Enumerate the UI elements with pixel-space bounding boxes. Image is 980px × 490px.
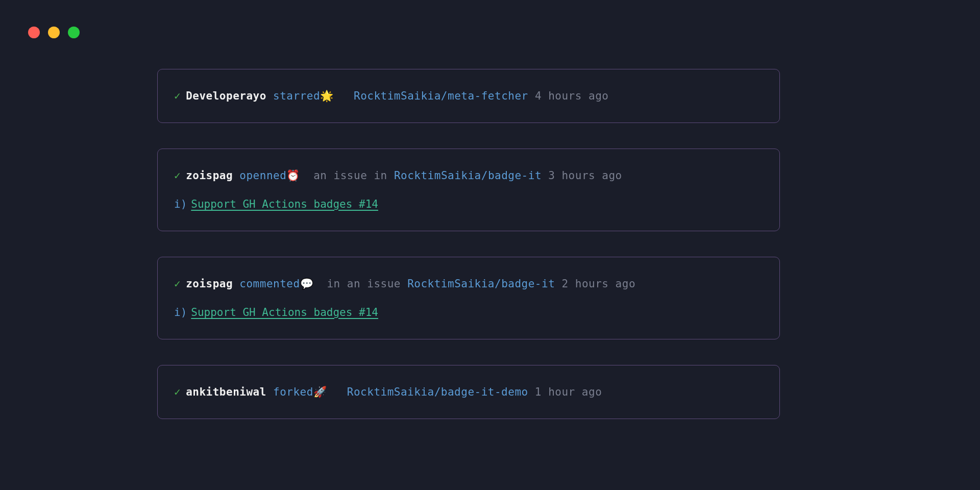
feed-line: ✓ ankitbeniwal forked🚀 RocktimSaikia/bad… bbox=[174, 386, 763, 398]
issue-link[interactable]: Support GH Actions badges #14 bbox=[191, 198, 378, 210]
check-icon: ✓ bbox=[174, 90, 181, 102]
issue-marker: i) bbox=[174, 198, 187, 210]
timestamp: 4 hours ago bbox=[535, 90, 609, 102]
check-icon: ✓ bbox=[174, 386, 181, 398]
action-verb: starred bbox=[273, 90, 320, 102]
feed-card: ✓ ankitbeniwal forked🚀 RocktimSaikia/bad… bbox=[157, 365, 780, 419]
feed-line: ✓ zoispag commented💬 in an issue Rocktim… bbox=[174, 278, 763, 290]
timestamp: 3 hours ago bbox=[548, 169, 622, 182]
repo-link[interactable]: RocktimSaikia/badge-it bbox=[394, 169, 542, 182]
window-controls bbox=[28, 27, 80, 38]
timestamp: 1 hour ago bbox=[535, 386, 602, 398]
alarm-icon: ⏰ bbox=[286, 169, 300, 182]
feed-line: ✓ Developerayo starred🌟 RocktimSaikia/me… bbox=[174, 90, 763, 102]
repo-link[interactable]: RocktimSaikia/badge-it bbox=[407, 278, 555, 290]
star-icon: 🌟 bbox=[320, 90, 334, 102]
action-verb: forked bbox=[273, 386, 313, 398]
maximize-icon[interactable] bbox=[68, 27, 80, 38]
check-icon: ✓ bbox=[174, 278, 181, 290]
action-verb: openned bbox=[239, 169, 286, 182]
feed-card: ✓ Developerayo starred🌟 RocktimSaikia/me… bbox=[157, 69, 780, 123]
actor-name: Developerayo bbox=[186, 90, 266, 102]
feed-card: ✓ zoispag openned⏰ an issue in RocktimSa… bbox=[157, 149, 780, 231]
action-context: an issue in bbox=[313, 169, 387, 182]
activity-feed: ✓ Developerayo starred🌟 RocktimSaikia/me… bbox=[157, 69, 780, 419]
close-icon[interactable] bbox=[28, 27, 40, 38]
terminal-window: ✓ Developerayo starred🌟 RocktimSaikia/me… bbox=[0, 0, 980, 490]
actor-name: zoispag bbox=[186, 278, 233, 290]
feed-line: ✓ zoispag openned⏰ an issue in RocktimSa… bbox=[174, 169, 763, 182]
issue-marker: i) bbox=[174, 306, 187, 318]
actor-name: zoispag bbox=[186, 169, 233, 182]
issue-detail: i) Support GH Actions badges #14 bbox=[174, 306, 763, 318]
timestamp: 2 hours ago bbox=[561, 278, 635, 290]
action-context: in an issue bbox=[327, 278, 401, 290]
repo-link[interactable]: RocktimSaikia/badge-it-demo bbox=[347, 386, 528, 398]
action-verb: commented bbox=[239, 278, 300, 290]
actor-name: ankitbeniwal bbox=[186, 386, 266, 398]
issue-detail: i) Support GH Actions badges #14 bbox=[174, 198, 763, 210]
issue-link[interactable]: Support GH Actions badges #14 bbox=[191, 306, 378, 318]
speech-icon: 💬 bbox=[300, 278, 314, 290]
check-icon: ✓ bbox=[174, 169, 181, 182]
repo-link[interactable]: RocktimSaikia/meta-fetcher bbox=[354, 90, 528, 102]
rocket-icon: 🚀 bbox=[313, 386, 327, 398]
feed-card: ✓ zoispag commented💬 in an issue Rocktim… bbox=[157, 257, 780, 339]
minimize-icon[interactable] bbox=[48, 27, 60, 38]
